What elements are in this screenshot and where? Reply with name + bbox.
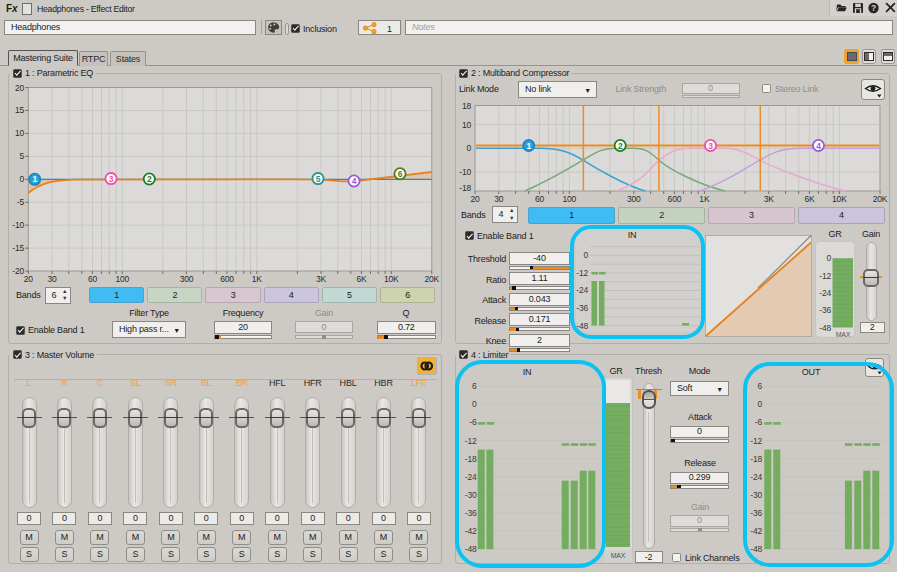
svg-text:3K: 3K: [764, 194, 775, 204]
svg-text:6K: 6K: [356, 274, 367, 284]
svg-text:-36: -36: [819, 305, 831, 315]
svg-text:300: 300: [627, 194, 641, 204]
svg-text:0: 0: [466, 143, 471, 153]
svg-text:10K: 10K: [832, 194, 847, 204]
svg-text:3: 3: [708, 141, 713, 151]
svg-text:1: 1: [526, 141, 531, 151]
svg-text:?: ?: [871, 3, 876, 13]
svg-text:10K: 10K: [384, 274, 399, 284]
svg-text:-12: -12: [819, 271, 831, 281]
svg-text:3: 3: [109, 174, 114, 184]
svg-text:5: 5: [19, 151, 24, 161]
svg-text:2: 2: [618, 141, 623, 151]
svg-text:-48: -48: [819, 323, 831, 333]
svg-text:18: 18: [462, 101, 472, 111]
svg-text:-10: -10: [459, 167, 471, 177]
svg-text:2: 2: [147, 174, 152, 184]
svg-text:30: 30: [494, 194, 504, 204]
svg-text:300: 300: [180, 274, 194, 284]
svg-text:6K: 6K: [804, 194, 815, 204]
svg-text:1K: 1K: [252, 274, 263, 284]
svg-text:15: 15: [15, 105, 25, 115]
svg-text:-18: -18: [459, 183, 471, 193]
svg-text:-20: -20: [12, 266, 24, 276]
svg-text:1: 1: [32, 174, 37, 184]
svg-text:600: 600: [220, 274, 234, 284]
svg-text:6: 6: [398, 169, 403, 179]
svg-text:20: 20: [470, 194, 480, 204]
svg-text:100: 100: [563, 194, 577, 204]
svg-text:0: 0: [19, 174, 24, 184]
svg-text:0: 0: [826, 253, 831, 263]
svg-text:-10: -10: [12, 220, 24, 230]
svg-text:100: 100: [116, 274, 130, 284]
svg-text:20K: 20K: [425, 274, 440, 284]
svg-text:30: 30: [47, 274, 57, 284]
svg-text:4: 4: [352, 176, 357, 186]
svg-text:MAX: MAX: [836, 331, 851, 338]
svg-text:20: 20: [24, 274, 34, 284]
svg-text:5: 5: [316, 174, 321, 184]
svg-text:60: 60: [88, 274, 98, 284]
svg-text:1K: 1K: [699, 194, 710, 204]
svg-text:60: 60: [535, 194, 545, 204]
svg-text:10: 10: [15, 128, 25, 138]
svg-text:-5: -5: [17, 197, 25, 207]
svg-text:-24: -24: [819, 288, 831, 298]
svg-text:10: 10: [462, 120, 472, 130]
svg-text:4: 4: [816, 141, 821, 151]
svg-text:-15: -15: [12, 243, 24, 253]
svg-text:600: 600: [668, 194, 682, 204]
svg-text:20: 20: [15, 83, 25, 93]
svg-text:3K: 3K: [316, 274, 327, 284]
svg-text:20K: 20K: [873, 194, 888, 204]
